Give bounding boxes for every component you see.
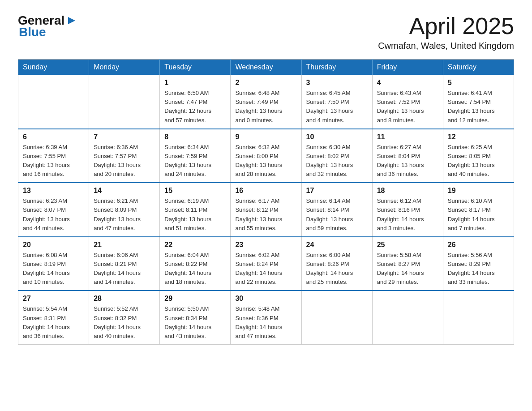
col-friday: Friday [372,60,443,75]
day-number: 2 [235,79,296,87]
day-number: 22 [164,241,226,249]
day-number: 7 [94,133,155,141]
day-info: Sunrise: 6:45 AMSunset: 7:50 PMDaylight:… [306,89,368,125]
calendar-week-row: 27Sunrise: 5:54 AMSunset: 8:31 PMDayligh… [18,291,514,344]
day-info: Sunrise: 5:56 AMSunset: 8:29 PMDaylight:… [448,251,509,287]
day-info: Sunrise: 6:30 AMSunset: 8:02 PMDaylight:… [306,143,368,179]
calendar-cell: 5Sunrise: 6:41 AMSunset: 7:54 PMDaylight… [443,75,514,129]
calendar-cell: 6Sunrise: 6:39 AMSunset: 7:55 PMDaylight… [18,129,89,183]
calendar-cell: 18Sunrise: 6:12 AMSunset: 8:16 PMDayligh… [372,183,443,237]
day-info: Sunrise: 6:43 AMSunset: 7:52 PMDaylight:… [377,89,438,125]
day-info: Sunrise: 6:34 AMSunset: 7:59 PMDaylight:… [164,143,226,179]
day-number: 11 [377,133,438,141]
calendar-cell: 28Sunrise: 5:52 AMSunset: 8:32 PMDayligh… [89,291,160,344]
calendar-cell: 26Sunrise: 5:56 AMSunset: 8:29 PMDayligh… [443,237,514,291]
calendar-title: April 2025 [378,13,514,39]
col-wednesday: Wednesday [231,60,301,75]
day-number: 4 [377,79,438,87]
day-number: 21 [94,241,155,249]
day-info: Sunrise: 6:50 AMSunset: 7:47 PMDaylight:… [164,89,226,125]
calendar-cell: 22Sunrise: 6:04 AMSunset: 8:22 PMDayligh… [160,237,231,291]
day-info: Sunrise: 6:08 AMSunset: 8:19 PMDaylight:… [23,251,84,287]
calendar-cell [443,291,514,344]
day-info: Sunrise: 5:50 AMSunset: 8:34 PMDaylight:… [164,304,226,341]
day-number: 25 [377,241,438,249]
calendar-week-row: 6Sunrise: 6:39 AMSunset: 7:55 PMDaylight… [18,129,514,183]
day-number: 24 [306,241,368,249]
calendar-cell: 25Sunrise: 5:58 AMSunset: 8:27 PMDayligh… [372,237,443,291]
day-info: Sunrise: 6:41 AMSunset: 7:54 PMDaylight:… [448,89,509,125]
day-info: Sunrise: 6:14 AMSunset: 8:14 PMDaylight:… [306,197,368,233]
day-info: Sunrise: 6:48 AMSunset: 7:49 PMDaylight:… [235,89,296,125]
day-info: Sunrise: 5:52 AMSunset: 8:32 PMDaylight:… [94,304,155,341]
day-number: 28 [94,295,155,303]
calendar-cell: 8Sunrise: 6:34 AMSunset: 7:59 PMDaylight… [160,129,231,183]
calendar-cell: 3Sunrise: 6:45 AMSunset: 7:50 PMDaylight… [301,75,372,129]
day-info: Sunrise: 6:02 AMSunset: 8:24 PMDaylight:… [235,251,296,287]
calendar-cell [301,291,372,344]
day-info: Sunrise: 5:58 AMSunset: 8:27 PMDaylight:… [377,251,438,287]
day-number: 20 [23,241,84,249]
day-number: 26 [448,241,509,249]
calendar-cell [372,291,443,344]
calendar-cell: 13Sunrise: 6:23 AMSunset: 8:07 PMDayligh… [18,183,89,237]
day-info: Sunrise: 6:32 AMSunset: 8:00 PMDaylight:… [235,143,296,179]
day-info: Sunrise: 6:00 AMSunset: 8:26 PMDaylight:… [306,251,368,287]
calendar-cell: 10Sunrise: 6:30 AMSunset: 8:02 PMDayligh… [301,129,372,183]
day-number: 15 [164,187,226,195]
day-info: Sunrise: 6:21 AMSunset: 8:09 PMDaylight:… [94,197,155,233]
day-number: 12 [448,133,509,141]
logo-text-blue: Blue [19,25,46,39]
day-info: Sunrise: 6:25 AMSunset: 8:05 PMDaylight:… [448,143,509,179]
calendar-cell: 27Sunrise: 5:54 AMSunset: 8:31 PMDayligh… [18,291,89,344]
day-info: Sunrise: 6:10 AMSunset: 8:17 PMDaylight:… [448,197,509,233]
day-number: 23 [235,241,296,249]
day-number: 16 [235,187,296,195]
day-info: Sunrise: 6:27 AMSunset: 8:04 PMDaylight:… [377,143,438,179]
day-number: 19 [448,187,509,195]
calendar-cell: 21Sunrise: 6:06 AMSunset: 8:21 PMDayligh… [89,237,160,291]
calendar-week-row: 13Sunrise: 6:23 AMSunset: 8:07 PMDayligh… [18,183,514,237]
day-number: 9 [235,133,296,141]
col-saturday: Saturday [443,60,514,75]
day-info: Sunrise: 5:54 AMSunset: 8:31 PMDaylight:… [23,304,84,341]
page-header: General Blue April 2025 Cwmafan, Wales, … [18,13,514,51]
calendar-cell: 24Sunrise: 6:00 AMSunset: 8:26 PMDayligh… [301,237,372,291]
calendar-cell: 4Sunrise: 6:43 AMSunset: 7:52 PMDaylight… [372,75,443,129]
calendar-cell: 12Sunrise: 6:25 AMSunset: 8:05 PMDayligh… [443,129,514,183]
calendar-cell: 15Sunrise: 6:19 AMSunset: 8:11 PMDayligh… [160,183,231,237]
calendar-cell: 9Sunrise: 6:32 AMSunset: 8:00 PMDaylight… [231,129,301,183]
calendar-header-row: Sunday Monday Tuesday Wednesday Thursday… [18,60,514,75]
day-number: 10 [306,133,368,141]
day-number: 29 [164,295,226,303]
calendar-cell: 11Sunrise: 6:27 AMSunset: 8:04 PMDayligh… [372,129,443,183]
calendar-cell: 17Sunrise: 6:14 AMSunset: 8:14 PMDayligh… [301,183,372,237]
day-info: Sunrise: 6:17 AMSunset: 8:12 PMDaylight:… [235,197,296,233]
day-number: 27 [23,295,84,303]
day-info: Sunrise: 6:06 AMSunset: 8:21 PMDaylight:… [94,251,155,287]
calendar-week-row: 1Sunrise: 6:50 AMSunset: 7:47 PMDaylight… [18,75,514,129]
title-section: April 2025 Cwmafan, Wales, United Kingdo… [378,13,514,51]
calendar-cell: 1Sunrise: 6:50 AMSunset: 7:47 PMDaylight… [160,75,231,129]
logo: General Blue [18,13,78,39]
day-number: 5 [448,79,509,87]
calendar-cell [89,75,160,129]
day-number: 13 [23,187,84,195]
calendar-subtitle: Cwmafan, Wales, United Kingdom [378,41,514,51]
calendar-cell: 14Sunrise: 6:21 AMSunset: 8:09 PMDayligh… [89,183,160,237]
day-number: 3 [306,79,368,87]
day-info: Sunrise: 6:19 AMSunset: 8:11 PMDaylight:… [164,197,226,233]
calendar-cell: 19Sunrise: 6:10 AMSunset: 8:17 PMDayligh… [443,183,514,237]
logo-arrow-icon [65,14,78,27]
day-number: 1 [164,79,226,87]
col-monday: Monday [89,60,160,75]
col-tuesday: Tuesday [160,60,231,75]
col-thursday: Thursday [301,60,372,75]
day-number: 17 [306,187,368,195]
calendar-cell: 16Sunrise: 6:17 AMSunset: 8:12 PMDayligh… [231,183,301,237]
svg-marker-0 [68,17,75,24]
calendar-cell: 30Sunrise: 5:48 AMSunset: 8:36 PMDayligh… [231,291,301,344]
day-number: 8 [164,133,226,141]
calendar-cell: 29Sunrise: 5:50 AMSunset: 8:34 PMDayligh… [160,291,231,344]
day-info: Sunrise: 6:36 AMSunset: 7:57 PMDaylight:… [94,143,155,179]
